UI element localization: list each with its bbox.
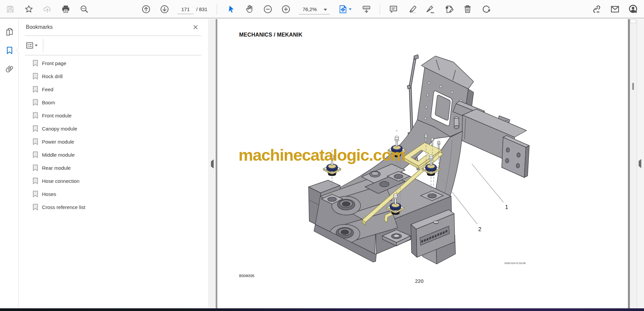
bookmark-item-power-module[interactable]: Power module <box>19 135 208 148</box>
print-button[interactable] <box>61 4 70 14</box>
zoom-out-button[interactable] <box>263 4 272 14</box>
scrollbar-thumb[interactable] <box>632 83 634 90</box>
bookmark-flag-icon <box>33 125 38 132</box>
bookmark-item-feed[interactable]: Feed <box>19 83 208 96</box>
star-button[interactable] <box>24 4 34 14</box>
bookmark-item-rock-drill[interactable]: Rock drill <box>19 70 208 83</box>
close-icon <box>193 24 198 30</box>
collapse-panel-button[interactable] <box>210 161 214 166</box>
panel-divider <box>25 55 201 55</box>
fit-page-icon <box>338 5 347 14</box>
bookmark-item-label: Cross reference list <box>42 204 85 210</box>
bookmark-item-label: Hoses <box>42 191 56 197</box>
share-link-button[interactable] <box>591 4 601 14</box>
attachments-button[interactable] <box>5 65 14 74</box>
trash-icon <box>463 5 472 13</box>
scroll-mode-button[interactable] <box>362 4 371 14</box>
share-link-icon <box>592 5 601 14</box>
expand-tools-pane-button[interactable] <box>638 161 642 166</box>
bookmark-options-button[interactable] <box>26 41 38 50</box>
main-toolbar: / 831 76,2% <box>0 0 644 18</box>
next-page-button[interactable] <box>160 4 169 14</box>
bookmark-item-label: Power module <box>42 139 74 145</box>
bookmark-flag-icon <box>33 73 38 80</box>
delete-pages-button[interactable] <box>463 4 472 14</box>
chevron-down-icon <box>35 45 38 46</box>
vertical-scrollbar[interactable] <box>630 19 637 308</box>
email-icon <box>610 5 620 14</box>
collapse-left-icon <box>211 159 214 168</box>
toolbar-separator <box>217 4 217 15</box>
bookmark-flag-icon <box>33 112 38 119</box>
previous-page-button[interactable] <box>141 4 151 14</box>
bookmark-icon <box>5 46 14 55</box>
bookmark-item-front-page[interactable]: Front page <box>19 57 208 70</box>
edit-pdf-icon <box>445 5 454 14</box>
star-icon <box>24 5 33 13</box>
comment-button[interactable] <box>389 4 398 14</box>
bookmark-flag-icon <box>33 99 38 106</box>
page-thumbnails-button[interactable] <box>5 27 14 37</box>
scrollbar-top-button[interactable] <box>630 19 636 23</box>
cloud-upload-icon <box>43 5 52 13</box>
bookmark-item-front-module[interactable]: Front module <box>19 109 208 122</box>
bookmark-item-hoses[interactable]: Hoses <box>19 188 208 201</box>
email-button[interactable] <box>610 4 620 14</box>
comment-icon <box>389 5 398 13</box>
bookmarks-panel-button[interactable] <box>5 46 14 55</box>
highlight-button[interactable] <box>408 4 417 14</box>
bookmark-item-label: Front module <box>42 113 71 118</box>
zoom-level-dropdown[interactable]: 76,2% <box>299 5 330 14</box>
panel-title: Bookmarks <box>26 24 53 30</box>
bookmark-item-boom[interactable]: Boom <box>19 96 208 109</box>
bookmark-item-label: Feed <box>42 87 53 92</box>
person-add-icon <box>629 5 638 14</box>
bookmarks-options-row <box>19 36 208 55</box>
minus-circle-icon <box>263 5 272 14</box>
bookmark-item-label: Rock drill <box>42 73 63 79</box>
panel-splitter-edge <box>216 19 217 308</box>
bookmark-item-hose-connection[interactable]: Hose connection <box>19 174 208 188</box>
search-button[interactable] <box>79 4 89 14</box>
paperclip-icon <box>5 65 14 74</box>
plus-circle-icon <box>281 5 290 14</box>
hand-tool-button[interactable] <box>245 4 254 14</box>
watermark-text: machinecatalogic.com <box>238 146 406 164</box>
zoom-in-button[interactable] <box>281 4 290 14</box>
bookmark-item-cross-reference-list[interactable]: Cross reference list <box>19 201 208 214</box>
collapse-right-icon <box>639 159 641 168</box>
bookmark-item-label: Rear module <box>42 165 71 171</box>
rotate-pages-button[interactable] <box>481 4 491 14</box>
bookmark-flag-icon <box>33 191 38 198</box>
zoom-level-value: 76,2% <box>303 6 317 12</box>
hand-icon <box>245 5 254 13</box>
fit-page-chevron-icon[interactable] <box>349 8 352 10</box>
page-thumbnails-icon <box>5 28 14 37</box>
fit-page-button[interactable] <box>338 4 347 14</box>
bookmarks-panel: Bookmarks <box>19 19 208 308</box>
bookmark-item-middle-module[interactable]: Middle module <box>19 148 208 161</box>
edit-pdf-button[interactable] <box>444 4 454 14</box>
selection-tool-button[interactable] <box>227 4 236 14</box>
account-button[interactable] <box>629 4 638 14</box>
print-icon <box>61 5 70 13</box>
highlighter-icon <box>408 5 417 14</box>
save-icon <box>6 5 14 13</box>
bookmark-item-label: Hose connection <box>42 178 79 184</box>
save-button[interactable] <box>5 4 15 14</box>
cloud-upload-button[interactable] <box>43 4 52 14</box>
bookmark-item-label: Canopy module <box>42 126 77 132</box>
bookmark-item-canopy-module[interactable]: Canopy module <box>19 122 208 135</box>
document-page[interactable]: 1 2 MECHANICS / MEKANIK machinecatalogic… <box>217 19 628 308</box>
fill-sign-button[interactable] <box>426 4 435 14</box>
bookmark-item-label: Boom <box>42 100 55 105</box>
scroll-mode-icon <box>362 5 371 14</box>
bookmark-item-rear-module[interactable]: Rear module <box>19 161 208 174</box>
options-list-icon <box>26 42 34 49</box>
fill-sign-icon <box>426 5 435 14</box>
bookmark-flag-icon <box>33 177 38 185</box>
callout-1-label: 1 <box>505 204 508 210</box>
close-panel-button[interactable] <box>192 23 199 31</box>
page-number-input[interactable] <box>177 5 194 14</box>
bookmark-flag-icon <box>33 151 38 158</box>
